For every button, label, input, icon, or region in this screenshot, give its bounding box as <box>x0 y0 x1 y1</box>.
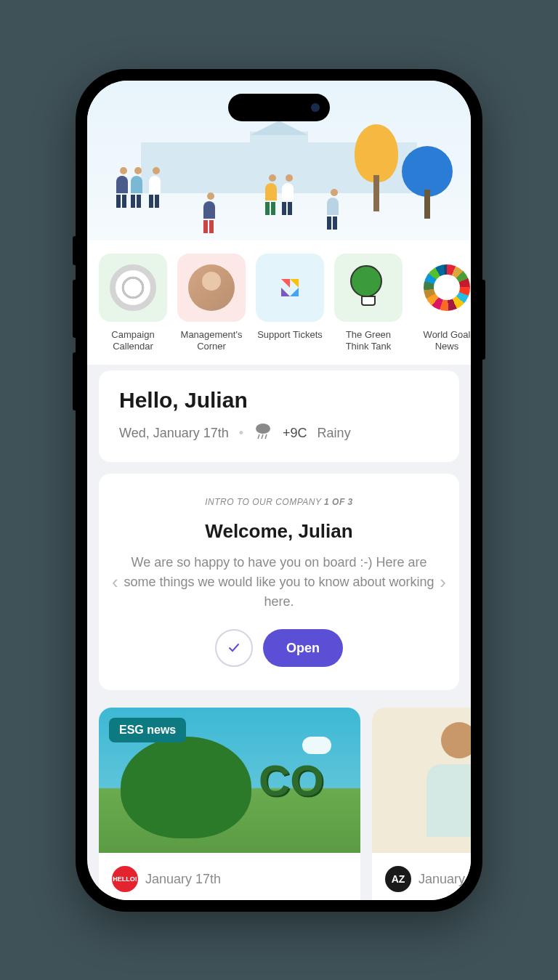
shortcut-label: Campaign Callendar <box>99 329 167 354</box>
intro-card: ‹ › INTRO TO OUR COMPANY 1 OF 3 Welcome,… <box>99 474 459 690</box>
news-image <box>372 708 471 853</box>
side-buttons-left <box>73 236 76 265</box>
mark-done-button[interactable] <box>215 629 253 667</box>
greeting-title: Hello, Julian <box>119 388 439 413</box>
svg-point-0 <box>256 424 270 434</box>
intro-prev-button[interactable]: ‹ <box>105 564 126 601</box>
shortcut-label: Management's Corner <box>177 329 246 354</box>
phone-frame: Campaign Callendar Management's Corner S… <box>76 69 482 912</box>
person-icon <box>265 174 280 215</box>
campaign-calendar-icon <box>99 254 167 322</box>
news-source-avatar: AZ <box>385 866 411 892</box>
shortcut-green-think-tank[interactable]: The Green Think Tank <box>334 254 403 354</box>
shortcut-managements-corner[interactable]: Management's Corner <box>177 254 246 354</box>
tree-orange-icon <box>355 124 398 211</box>
management-avatar-icon <box>177 254 246 322</box>
open-button[interactable]: Open <box>263 629 343 667</box>
news-tag: ESG news <box>109 718 186 742</box>
intro-eyebrow: INTRO TO OUR COMPANY 1 OF 3 <box>116 497 442 507</box>
svg-line-3 <box>265 434 267 439</box>
intro-title: Welcome, Julian <box>116 520 442 543</box>
shortcut-campaign-calendar[interactable]: Campaign Callendar <box>99 254 167 354</box>
news-date: January <box>418 872 465 887</box>
news-meta: AZ January <box>372 853 471 899</box>
tree-blue-icon <box>402 146 453 219</box>
news-card-esg[interactable]: CO ESG news HELLO! January 17th Improved… <box>99 708 360 899</box>
greeting-date: Wed, January 17th <box>119 426 229 441</box>
person-icon <box>116 167 131 208</box>
shortcut-support-tickets[interactable]: Support Tickets <box>256 254 324 354</box>
world-goals-icon <box>413 254 471 322</box>
svg-line-1 <box>258 434 259 439</box>
person-icon <box>282 174 296 215</box>
shortcut-world-goal-news[interactable]: World Goal News <box>413 254 471 354</box>
intro-body: We are so happy to have you on board :-)… <box>116 553 442 612</box>
person-icon <box>327 189 341 230</box>
think-tank-icon <box>334 254 403 322</box>
shortcut-label: Support Tickets <box>257 329 323 341</box>
support-tickets-icon <box>256 254 324 322</box>
person-icon <box>131 167 145 208</box>
phone-notch <box>228 94 330 121</box>
greeting-temp: +9C <box>283 426 307 441</box>
shortcut-label: World Goal News <box>413 329 471 354</box>
greeting-condition: Rainy <box>318 426 351 441</box>
intro-actions: Open <box>116 629 442 667</box>
svg-line-2 <box>262 434 263 439</box>
person-icon <box>203 193 218 233</box>
news-meta: HELLO! January 17th <box>99 853 360 899</box>
person-icon <box>149 167 163 208</box>
side-button-right <box>482 280 485 360</box>
news-date: January 17th <box>145 872 221 887</box>
phone-screen: Campaign Callendar Management's Corner S… <box>87 81 471 900</box>
weather-rainy-icon <box>254 421 272 445</box>
news-feed[interactable]: CO ESG news HELLO! January 17th Improved… <box>87 702 471 899</box>
greeting-meta: Wed, January 17th • +9C Rainy <box>119 421 439 445</box>
shortcut-label: The Green Think Tank <box>334 329 403 354</box>
news-image: CO ESG news <box>99 708 360 853</box>
news-source-avatar: HELLO! <box>112 866 138 892</box>
greeting-card: Hello, Julian Wed, January 17th • +9C Ra… <box>99 370 459 462</box>
intro-next-button[interactable]: › <box>432 564 453 601</box>
shortcuts-row[interactable]: Campaign Callendar Management's Corner S… <box>87 240 471 365</box>
news-card-colibo[interactable]: AZ January Colibo o <box>372 708 471 899</box>
